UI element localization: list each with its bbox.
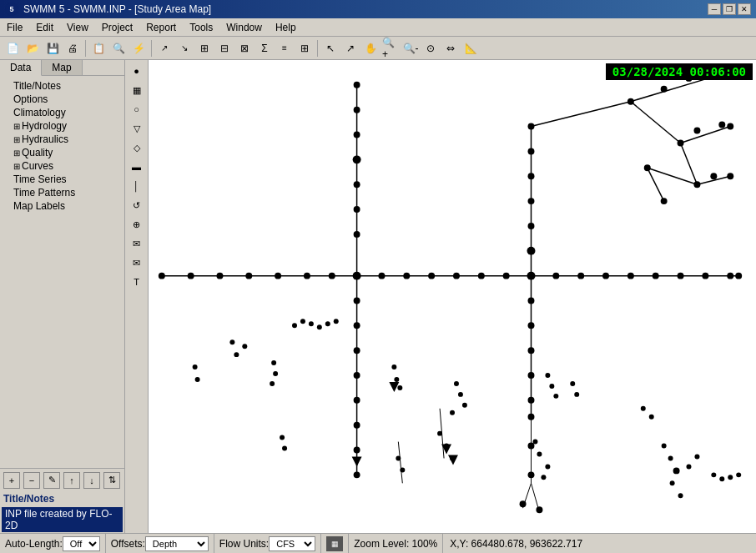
svg-point-128 <box>736 472 741 477</box>
zoom-out-button[interactable]: 🔍- <box>401 39 420 58</box>
tab-map[interactable]: Map <box>42 60 82 75</box>
offsets-label: Offsets: <box>111 538 145 550</box>
rotate-tool[interactable]: ↺ <box>128 196 146 214</box>
tree-item-climatology[interactable]: Climatology <box>0 106 124 119</box>
draw-rect-tool[interactable]: ▬ <box>128 158 146 176</box>
text-tool[interactable]: T <box>128 273 146 291</box>
toolbar-btn-13[interactable]: Σ <box>255 39 274 58</box>
draw-node-tool[interactable]: ● <box>128 62 146 80</box>
toolbar-btn-11[interactable]: ⊟ <box>215 39 234 58</box>
offsets-dropdown[interactable]: Depth Elevation <box>145 536 209 551</box>
svg-point-49 <box>354 471 360 478</box>
measure-button[interactable]: ⇔ <box>441 39 460 58</box>
toolbar-btn-12[interactable]: ⊠ <box>235 39 254 58</box>
svg-point-25 <box>527 272 536 280</box>
save-button[interactable]: 💾 <box>43 39 62 58</box>
tree-item-maplabels[interactable]: Map Labels <box>0 199 124 213</box>
svg-point-32 <box>702 273 708 279</box>
svg-point-33 <box>727 273 733 279</box>
zoom-in-button[interactable]: 🔍+ <box>381 39 400 58</box>
toolbar-btn-14[interactable]: ≡ <box>275 39 294 58</box>
sort-button[interactable]: ⇅ <box>103 472 120 489</box>
svg-point-51 <box>528 148 535 154</box>
svg-point-27 <box>577 273 584 279</box>
add-button[interactable]: + <box>3 472 20 489</box>
svg-point-42 <box>354 297 360 304</box>
expand-icon: ⊞ <box>13 162 20 171</box>
pan-button[interactable]: ✋ <box>361 39 380 58</box>
svg-point-62 <box>627 98 634 105</box>
delete-button[interactable]: − <box>23 472 40 489</box>
select-button[interactable]: ↖ <box>321 39 340 58</box>
flow-units-dropdown[interactable]: CFS GPM MGD <box>269 536 315 551</box>
svg-point-106 <box>541 475 546 480</box>
menu-item-report[interactable]: Report <box>139 20 183 35</box>
tree-item-timepatterns[interactable]: Time Patterns <box>0 186 124 199</box>
main-area: Data Map Title/Notes Options Climatology… <box>0 60 756 533</box>
tree-item-quality[interactable]: ⊞ Quality <box>0 146 124 159</box>
up-button[interactable]: ↑ <box>63 472 80 489</box>
svg-point-37 <box>354 132 360 138</box>
menu-item-file[interactable]: File <box>0 20 29 35</box>
svg-point-36 <box>354 107 360 113</box>
draw-triangle-tool[interactable]: ▽ <box>128 119 146 138</box>
tree-item-curves[interactable]: ⊞ Curves <box>0 159 124 173</box>
new-button[interactable]: 📄 <box>3 39 22 58</box>
menu-item-project[interactable]: Project <box>95 20 139 35</box>
tree-item-titlenotes[interactable]: Title/Notes <box>0 79 124 93</box>
svg-line-137 <box>398 442 402 484</box>
edit-button[interactable]: ✎ <box>43 472 60 489</box>
menu-item-tools[interactable]: Tools <box>183 20 219 35</box>
tab-data[interactable]: Data <box>0 60 42 76</box>
menu-item-window[interactable]: Window <box>219 20 269 35</box>
vertex-button[interactable]: ↗ <box>341 39 360 58</box>
tree-item-hydraulics[interactable]: ⊞ Hydraulics <box>0 133 124 146</box>
svg-point-47 <box>354 422 360 429</box>
minimize-button[interactable]: ─ <box>708 3 721 15</box>
close-button[interactable]: ✕ <box>738 3 751 15</box>
toolbar-btn-6[interactable]: 🔍 <box>109 39 128 58</box>
open-button[interactable]: 📂 <box>23 39 42 58</box>
menu-item-view[interactable]: View <box>60 20 95 35</box>
toolbar-btn-8[interactable]: ↗ <box>155 39 174 58</box>
svg-point-125 <box>711 472 716 477</box>
down-button[interactable]: ↓ <box>83 472 100 489</box>
tree-item-hydrology[interactable]: ⊞ Hydrology <box>0 119 124 133</box>
menu-item-help[interactable]: Help <box>269 20 303 35</box>
ruler-button[interactable]: 📐 <box>461 39 480 58</box>
draw-circle-tool[interactable]: ○ <box>128 100 146 118</box>
toolbar-btn-5[interactable]: 📋 <box>89 39 108 58</box>
svg-point-35 <box>354 82 360 88</box>
svg-point-121 <box>687 464 692 469</box>
menu-item-edit[interactable]: Edit <box>29 20 60 35</box>
svg-point-81 <box>317 324 322 329</box>
zoom-full-button[interactable]: ⊙ <box>421 39 440 58</box>
svg-point-134 <box>520 500 527 507</box>
toolbar-btn-9[interactable]: ↘ <box>175 39 194 58</box>
svg-point-123 <box>670 480 675 485</box>
svg-point-91 <box>397 385 402 390</box>
svg-point-29 <box>627 273 634 279</box>
svg-point-53 <box>528 198 535 204</box>
svg-point-40 <box>354 206 360 213</box>
svg-point-118 <box>662 444 667 449</box>
tree-label: Map Labels <box>13 200 65 212</box>
draw-grid-tool[interactable]: ▦ <box>128 81 146 99</box>
label-tool[interactable]: ✉ <box>128 254 146 272</box>
selected-category-label: Title/Notes <box>0 491 124 506</box>
annotation-tool[interactable]: ✉ <box>128 234 146 253</box>
tree-item-timeseries[interactable]: Time Series <box>0 173 124 186</box>
auto-length-dropdown[interactable]: Off On <box>63 536 100 551</box>
draw-line-tool[interactable]: │ <box>128 177 146 195</box>
print-button[interactable]: 🖨 <box>63 39 82 58</box>
toolbar-btn-7[interactable]: ⚡ <box>129 39 148 58</box>
toolbar-btn-15[interactable]: ⊞ <box>295 39 314 58</box>
svg-point-88 <box>195 377 200 382</box>
tree-item-options[interactable]: Options <box>0 93 124 106</box>
crosshair-tool[interactable]: ⊕ <box>128 215 146 234</box>
flow-units-item: Flow Units: CFS GPM MGD <box>214 534 321 553</box>
toolbar-btn-10[interactable]: ⊞ <box>195 39 214 58</box>
svg-point-120 <box>673 467 680 474</box>
restore-button[interactable]: ❐ <box>723 3 736 15</box>
draw-diamond-tool[interactable]: ◇ <box>128 138 146 157</box>
